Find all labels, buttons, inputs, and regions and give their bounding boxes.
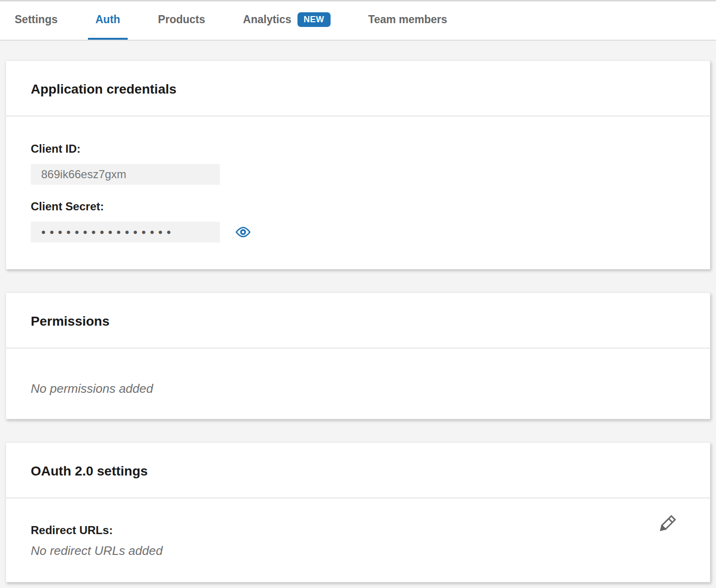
application-credentials-body: Client ID: 869ik66esz7gxm Client Secret:…: [6, 116, 710, 269]
client-secret-row: ●●●●●●●●●●●●●●●●: [31, 222, 685, 242]
oauth-settings-card: OAuth 2.0 settings Redirect URLs: No red…: [6, 442, 710, 582]
pencil-icon[interactable]: [655, 513, 678, 536]
main-content: Application credentials Client ID: 869ik…: [0, 41, 716, 588]
tab-analytics-label: Analytics: [243, 13, 291, 26]
permissions-body: No permissions added: [6, 348, 710, 419]
oauth-settings-title: OAuth 2.0 settings: [31, 464, 685, 479]
application-credentials-title: Application credentials: [31, 82, 685, 97]
tab-bar: Settings Auth Products Analytics NEW Tea…: [0, 0, 716, 41]
client-secret-input[interactable]: ●●●●●●●●●●●●●●●●: [31, 222, 220, 242]
client-secret-label: Client Secret:: [31, 200, 685, 213]
tab-products[interactable]: Products: [150, 1, 213, 40]
tab-products-label: Products: [158, 13, 205, 26]
tab-auth[interactable]: Auth: [88, 1, 128, 40]
client-secret-masked-value: ●●●●●●●●●●●●●●●●: [41, 228, 175, 236]
oauth-settings-header: OAuth 2.0 settings: [6, 443, 710, 498]
oauth-settings-body: Redirect URLs: No redirect URLs added: [6, 498, 710, 582]
tab-settings[interactable]: Settings: [7, 1, 65, 40]
permissions-empty-text: No permissions added: [31, 381, 685, 396]
client-id-input[interactable]: 869ik66esz7gxm: [31, 164, 220, 185]
client-id-value: 869ik66esz7gxm: [41, 168, 126, 181]
permissions-card: Permissions No permissions added: [6, 293, 710, 419]
tab-team-members-label: Team members: [368, 13, 447, 26]
redirect-urls-empty-text: No redirect URLs added: [31, 544, 685, 558]
tab-auth-label: Auth: [96, 13, 120, 26]
redirect-urls-label: Redirect URLs:: [31, 524, 685, 537]
application-credentials-header: Application credentials: [6, 61, 710, 116]
permissions-title: Permissions: [31, 314, 685, 329]
tab-settings-label: Settings: [15, 13, 58, 26]
eye-icon[interactable]: [235, 224, 251, 240]
client-id-label: Client ID:: [31, 142, 685, 156]
tab-team-members[interactable]: Team members: [361, 1, 455, 40]
permissions-header: Permissions: [6, 293, 710, 348]
tab-analytics[interactable]: Analytics NEW: [236, 1, 338, 40]
application-credentials-card: Application credentials Client ID: 869ik…: [6, 61, 710, 269]
new-badge: NEW: [297, 12, 331, 27]
